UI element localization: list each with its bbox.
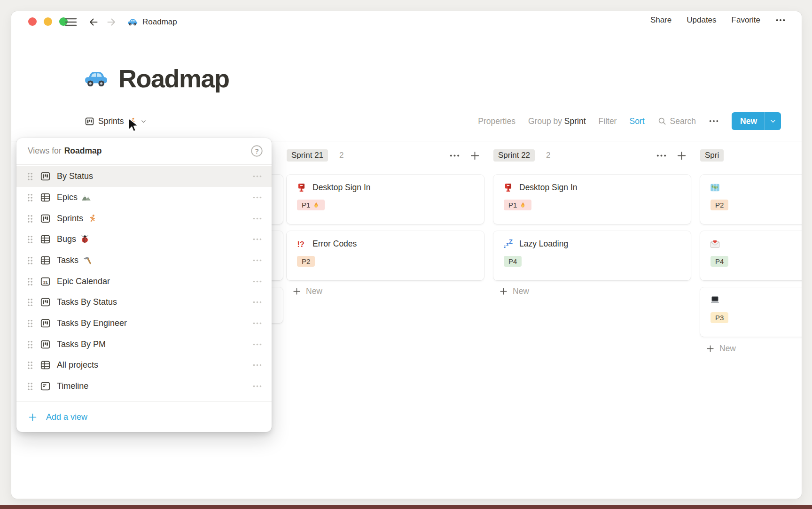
views-menu-item-tasks-by-pm[interactable]: Tasks By PM — [16, 334, 272, 355]
views-menu-item-all-projects[interactable]: All projects — [16, 355, 272, 376]
drag-handle-icon[interactable] — [26, 382, 34, 391]
hammer-emoji — [82, 255, 92, 265]
updates-button[interactable]: Updates — [687, 15, 716, 25]
collection-toolbar: Properties Group by Sprint Filter Sort S… — [478, 112, 781, 130]
drag-handle-icon[interactable] — [26, 214, 34, 224]
board-card[interactable]: P4 — [700, 231, 802, 280]
drag-handle-icon[interactable] — [26, 319, 34, 328]
row-more-icon[interactable] — [252, 214, 262, 224]
new-button-label: New — [732, 112, 765, 130]
help-icon[interactable] — [250, 145, 263, 160]
board-view-icon — [85, 116, 94, 126]
page-car-emoji — [83, 65, 109, 92]
drag-handle-icon[interactable] — [26, 256, 34, 265]
board-card[interactable]: Lazy Loading P4 — [493, 231, 691, 280]
menu-divider — [16, 164, 272, 165]
board-card[interactable]: P3 — [700, 287, 802, 337]
card-title: Lazy Loading — [519, 239, 568, 249]
row-more-icon[interactable] — [252, 360, 262, 370]
row-more-icon[interactable] — [252, 193, 262, 202]
views-menu-item-timeline[interactable]: Timeline — [16, 376, 272, 397]
group-by-button[interactable]: Group by Sprint — [528, 116, 586, 126]
plus-icon — [706, 344, 715, 353]
row-more-icon[interactable] — [252, 171, 262, 181]
row-more-icon[interactable] — [252, 277, 262, 286]
new-button[interactable]: New — [732, 112, 781, 130]
table-view-icon — [40, 255, 51, 266]
plus-icon — [28, 412, 38, 422]
group-count: 2 — [339, 151, 344, 160]
search-icon — [657, 116, 667, 126]
row-more-icon[interactable] — [252, 381, 262, 391]
new-dropdown-icon[interactable] — [765, 112, 781, 130]
views-menu-item-epics[interactable]: Epics — [16, 187, 272, 208]
drag-handle-icon[interactable] — [26, 277, 34, 286]
forward-icon[interactable] — [106, 16, 117, 28]
board-card[interactable]: Desktop Sign In P1 — [287, 175, 484, 224]
row-more-icon[interactable] — [252, 297, 262, 307]
priority-tag: P4 — [504, 256, 522, 267]
add-card-button[interactable]: New — [706, 344, 736, 354]
board-card[interactable]: P2 — [700, 175, 802, 224]
toolbar-more-icon[interactable] — [709, 116, 719, 126]
share-button[interactable]: Share — [650, 15, 671, 25]
row-more-icon[interactable] — [252, 318, 262, 328]
add-view-button[interactable]: Add a view — [16, 402, 272, 432]
filter-button[interactable]: Filter — [599, 116, 617, 126]
sidebar-menu-icon[interactable] — [65, 17, 77, 27]
drag-handle-icon[interactable] — [26, 235, 34, 244]
view-tab-sprints[interactable]: Sprints — [85, 113, 147, 130]
breadcrumb[interactable]: Roadmap — [127, 16, 177, 28]
close-window-button[interactable] — [28, 17, 37, 26]
column-more-icon[interactable] — [449, 150, 460, 161]
favorite-button[interactable]: Favorite — [732, 15, 760, 25]
views-menu-item-sprints[interactable]: Sprints — [16, 208, 272, 229]
board-card[interactable]: Desktop Sign In P1 — [493, 175, 691, 224]
views-menu-item-tasks-by-engineer[interactable]: Tasks By Engineer — [16, 313, 272, 334]
column-add-icon[interactable] — [469, 150, 480, 161]
group-pill[interactable]: Sprint 21 — [287, 149, 328, 162]
views-menu-item-by-status[interactable]: By Status — [16, 166, 272, 187]
views-menu-item-bugs[interactable]: Bugs — [16, 229, 272, 250]
view-tab-label: Sprints — [98, 116, 124, 126]
board-column-sprint-23: Spri P2 P4 — [700, 147, 802, 163]
views-menu-item-epic-calendar[interactable]: Epic Calendar — [16, 271, 272, 292]
zzz-emoji — [503, 239, 514, 249]
views-menu-header: Views for Roadmap — [16, 138, 272, 164]
postbox-emoji — [296, 182, 307, 193]
views-menu-item-tasks[interactable]: Tasks — [16, 250, 272, 271]
board-view-icon — [40, 318, 51, 329]
search-button[interactable]: Search — [657, 116, 696, 126]
group-count: 2 — [546, 151, 550, 160]
runner-emoji — [87, 214, 97, 224]
group-pill[interactable]: Spri — [700, 149, 724, 162]
column-more-icon[interactable] — [656, 150, 667, 161]
more-options-icon[interactable] — [775, 15, 786, 25]
add-card-label: New — [719, 344, 736, 354]
add-card-button[interactable]: New — [499, 286, 529, 296]
postbox-emoji — [503, 182, 514, 193]
group-pill[interactable]: Sprint 22 — [493, 149, 535, 162]
sort-button[interactable]: Sort — [629, 116, 644, 126]
page-header: Roadmap — [83, 64, 229, 93]
drag-handle-icon[interactable] — [26, 193, 34, 202]
drag-handle-icon[interactable] — [26, 298, 34, 307]
row-more-icon[interactable] — [252, 339, 262, 349]
add-card-button[interactable]: New — [292, 286, 322, 296]
row-more-icon[interactable] — [252, 234, 262, 244]
properties-button[interactable]: Properties — [478, 116, 515, 126]
chevron-down-icon — [140, 118, 147, 125]
board-card[interactable]: Error Codes P2 — [287, 231, 484, 280]
drag-handle-icon[interactable] — [26, 172, 34, 181]
board-column-sprint-22: Sprint 22 2 Desktop Sign In P1 Laz — [493, 147, 691, 163]
timeline-view-icon — [40, 381, 51, 392]
drag-handle-icon[interactable] — [26, 361, 34, 370]
row-more-icon[interactable] — [252, 255, 262, 265]
back-icon[interactable] — [88, 16, 99, 28]
minimize-window-button[interactable] — [44, 17, 52, 26]
add-card-label: New — [306, 286, 322, 296]
drag-handle-icon[interactable] — [26, 340, 34, 349]
table-view-icon — [40, 234, 51, 245]
column-add-icon[interactable] — [676, 150, 687, 161]
views-menu-item-tasks-by-status[interactable]: Tasks By Status — [16, 292, 272, 313]
